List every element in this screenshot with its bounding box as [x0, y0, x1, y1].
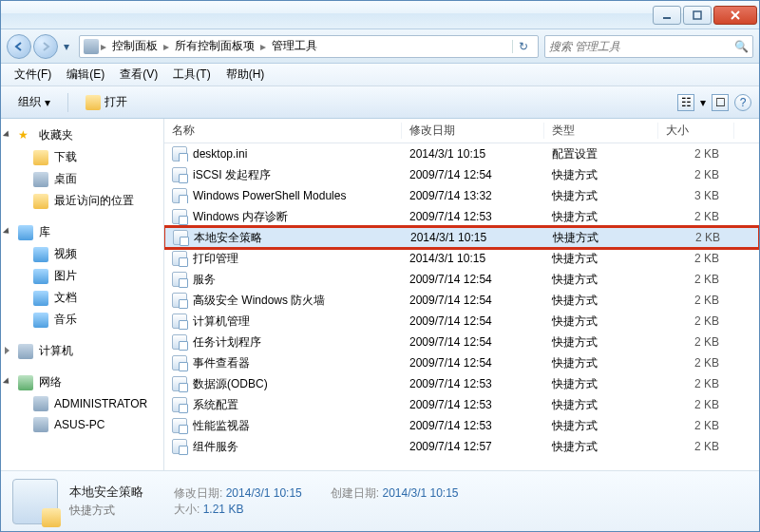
- chevron-down-icon[interactable]: ▾: [700, 96, 706, 109]
- details-pane: 本地安全策略 快捷方式 修改日期: 2014/3/1 10:15 大小: 1.2…: [1, 470, 759, 531]
- network-icon: [18, 375, 33, 390]
- file-type: 配置设置: [544, 146, 658, 162]
- file-icon: [172, 272, 187, 287]
- sidebar-item-label: 桌面: [54, 171, 77, 187]
- search-input[interactable]: [549, 40, 734, 53]
- col-size[interactable]: 大小: [658, 123, 734, 139]
- file-row[interactable]: 计算机管理2009/7/14 12:54快捷方式2 KB: [164, 311, 759, 332]
- menu-bar: 文件(F) 编辑(E) 查看(V) 工具(T) 帮助(H): [1, 64, 759, 86]
- breadcrumb-seg[interactable]: 控制面板: [108, 38, 162, 54]
- sidebar-item[interactable]: 视频: [1, 243, 163, 265]
- file-row[interactable]: Windows 内存诊断2009/7/14 12:53快捷方式2 KB: [164, 206, 759, 227]
- file-row[interactable]: 事件查看器2009/7/14 12:54快捷方式2 KB: [164, 352, 759, 373]
- file-row[interactable]: 本地安全策略2014/3/1 10:15快捷方式2 KB: [164, 227, 759, 248]
- help-button[interactable]: ?: [734, 94, 751, 111]
- file-type: 快捷方式: [544, 439, 658, 455]
- sidebar-item[interactable]: 图片: [1, 265, 163, 287]
- details-subtitle: 快捷方式: [69, 503, 143, 519]
- sidebar-item[interactable]: ASUS-PC: [1, 414, 163, 435]
- disclosure-icon: [3, 130, 11, 139]
- menu-view[interactable]: 查看(V): [112, 65, 165, 85]
- col-name[interactable]: 名称: [164, 123, 402, 139]
- file-type: 快捷方式: [544, 188, 658, 204]
- file-modified: 2009/7/14 12:53: [402, 210, 544, 223]
- organize-button[interactable]: 组织 ▾: [9, 90, 60, 114]
- sidebar-network[interactable]: 网络: [1, 371, 163, 393]
- open-button[interactable]: 打开: [76, 90, 137, 114]
- sidebar-libraries[interactable]: 库: [1, 221, 163, 243]
- file-row[interactable]: 系统配置2009/7/14 12:53快捷方式2 KB: [164, 394, 759, 415]
- view-options-button[interactable]: ☷: [677, 94, 694, 111]
- file-name: 本地安全策略: [194, 230, 262, 246]
- sidebar-item-label: ASUS-PC: [54, 418, 104, 431]
- nav-forward-button[interactable]: [33, 34, 58, 59]
- col-type[interactable]: 类型: [544, 123, 658, 139]
- sidebar-computer[interactable]: 计算机: [1, 340, 163, 362]
- nav-history-dropdown[interactable]: ▾: [60, 34, 73, 59]
- file-list-pane: 名称 修改日期 类型 大小 desktop.ini2014/3/1 10:15配…: [164, 119, 759, 470]
- maximize-button[interactable]: [683, 6, 712, 25]
- sidebar-item[interactable]: 最近访问的位置: [1, 190, 163, 212]
- file-row[interactable]: 高级安全 Windows 防火墙2009/7/14 12:54快捷方式2 KB: [164, 290, 759, 311]
- recent-icon: [33, 194, 48, 209]
- menu-tools[interactable]: 工具(T): [165, 65, 218, 85]
- file-rows[interactable]: desktop.ini2014/3/1 10:15配置设置2 KBiSCSI 发…: [164, 143, 759, 470]
- toolbar: 组织 ▾ 打开 ☷ ▾ ☐ ?: [1, 86, 759, 119]
- file-row[interactable]: iSCSI 发起程序2009/7/14 12:54快捷方式2 KB: [164, 164, 759, 185]
- file-type: 快捷方式: [544, 334, 658, 351]
- col-modified[interactable]: 修改日期: [402, 123, 544, 139]
- menu-help[interactable]: 帮助(H): [218, 65, 273, 85]
- sidebar-item-label: 文档: [54, 290, 77, 306]
- folder-icon: [33, 150, 48, 165]
- close-button[interactable]: [713, 6, 757, 25]
- file-size: 2 KB: [658, 335, 734, 349]
- file-name: iSCSI 发起程序: [193, 167, 271, 183]
- file-icon: [172, 397, 187, 412]
- menu-edit[interactable]: 编辑(E): [59, 65, 112, 85]
- minimize-button[interactable]: [653, 6, 681, 25]
- file-row[interactable]: Windows PowerShell Modules2009/7/14 13:3…: [164, 185, 759, 206]
- file-size: 2 KB: [658, 210, 734, 223]
- sidebar-item[interactable]: 文档: [1, 287, 163, 309]
- sidebar-item[interactable]: 音乐: [1, 309, 163, 331]
- file-row[interactable]: desktop.ini2014/3/1 10:15配置设置2 KB: [164, 143, 759, 164]
- file-row[interactable]: 组件服务2009/7/14 12:57快捷方式2 KB: [164, 436, 759, 457]
- file-type: 快捷方式: [544, 355, 658, 371]
- preview-pane-button[interactable]: ☐: [712, 94, 729, 111]
- sidebar-item[interactable]: 下载: [1, 146, 163, 168]
- navigation-pane[interactable]: ★ 收藏夹 下载 桌面 最近访问的位置 库 视频 图片 文档 音乐: [1, 119, 164, 470]
- file-size: 2 KB: [658, 252, 734, 265]
- nav-back-button[interactable]: [7, 34, 31, 59]
- sidebar-item[interactable]: 桌面: [1, 168, 163, 190]
- file-name: desktop.ini: [193, 147, 247, 161]
- details-mod-value: 2014/3/1 10:15: [226, 486, 302, 500]
- menu-file[interactable]: 文件(F): [7, 65, 59, 85]
- sidebar-head-label: 库: [39, 224, 50, 240]
- file-icon: [172, 376, 187, 391]
- file-row[interactable]: 性能监视器2009/7/14 12:53快捷方式2 KB: [164, 415, 759, 436]
- search-icon[interactable]: 🔍: [734, 40, 749, 53]
- file-modified: 2014/3/1 10:15: [403, 231, 545, 244]
- file-size: 2 KB: [658, 419, 734, 432]
- sidebar-item-label: 最近访问的位置: [54, 193, 134, 209]
- file-size: 2 KB: [658, 168, 734, 181]
- pc-icon: [33, 396, 48, 411]
- file-row[interactable]: 任务计划程序2009/7/14 12:54快捷方式2 KB: [164, 332, 759, 352]
- details-meta: 修改日期: 2014/3/1 10:15 大小: 1.21 KB 创建日期: 2…: [174, 485, 459, 518]
- file-icon: [172, 314, 187, 329]
- sidebar-favorites[interactable]: ★ 收藏夹: [1, 124, 163, 146]
- refresh-button[interactable]: ↻: [512, 40, 534, 53]
- sidebar-head-label: 网络: [39, 374, 62, 390]
- file-modified: 2009/7/14 12:54: [402, 314, 544, 328]
- file-icon: [172, 439, 187, 454]
- file-size: 2 KB: [658, 294, 734, 307]
- breadcrumb-seg[interactable]: 所有控制面板项: [171, 38, 258, 54]
- sidebar-item[interactable]: ADMINISTRATOR: [1, 393, 163, 414]
- file-type: 快捷方式: [544, 167, 658, 183]
- search-box[interactable]: 🔍: [544, 35, 753, 58]
- file-row[interactable]: 打印管理2014/3/1 10:15快捷方式2 KB: [164, 248, 759, 269]
- file-row[interactable]: 服务2009/7/14 12:54快捷方式2 KB: [164, 269, 759, 290]
- file-row[interactable]: 数据源(ODBC)2009/7/14 12:53快捷方式2 KB: [164, 373, 759, 394]
- breadcrumb-seg[interactable]: 管理工具: [268, 38, 321, 54]
- breadcrumb[interactable]: ▸ 控制面板 ▸ 所有控制面板项 ▸ 管理工具 ↻: [79, 35, 539, 58]
